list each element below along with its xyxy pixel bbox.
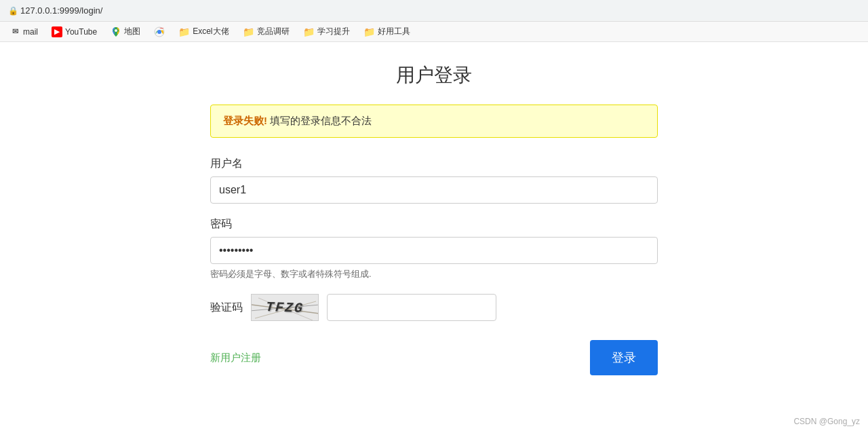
bookmarks-bar: ✉ mail ▶ YouTube 地图 📁 Excel大佬 xyxy=(0,22,868,42)
mail-icon: ✉ xyxy=(9,26,20,37)
bookmark-research[interactable]: 📁 竞品调研 xyxy=(239,24,294,39)
bookmark-excel-label: Excel大佬 xyxy=(193,26,229,37)
bookmark-chrome[interactable] xyxy=(150,25,169,39)
bookmark-youtube-label: YouTube xyxy=(65,27,97,37)
bookmark-study[interactable]: 📁 学习提升 xyxy=(299,24,354,39)
security-icon: 🔒 xyxy=(8,6,18,16)
password-input[interactable] xyxy=(210,237,658,264)
password-hint: 密码必须是字母、数字或者特殊符号组成. xyxy=(210,268,658,280)
register-link[interactable]: 新用户注册 xyxy=(210,352,261,364)
address-text: 127.0.0.1:9999/login/ xyxy=(20,5,102,16)
username-input[interactable] xyxy=(210,176,658,204)
captcha-label: 验证码 xyxy=(210,301,243,315)
username-group: 用户名 xyxy=(210,157,658,204)
tools-folder-icon: 📁 xyxy=(363,26,375,37)
bookmark-excel[interactable]: 📁 Excel大佬 xyxy=(174,24,233,39)
captcha-text: TFZG xyxy=(265,299,304,316)
page-title: 用户登录 xyxy=(210,62,658,88)
form-footer: 新用户注册 登录 xyxy=(210,340,658,375)
youtube-icon: ▶ xyxy=(52,26,62,37)
bookmark-tools[interactable]: 📁 好用工具 xyxy=(359,24,414,39)
bookmark-mail-label: mail xyxy=(23,27,38,37)
bookmark-youtube[interactable]: ▶ YouTube xyxy=(47,25,101,39)
svg-point-1 xyxy=(157,30,161,34)
error-message-text: 填写的登录信息不合法 xyxy=(267,115,372,126)
study-folder-icon: 📁 xyxy=(303,26,315,37)
error-alert: 登录失败! 填写的登录信息不合法 xyxy=(210,105,658,138)
bookmark-maps-label: 地图 xyxy=(124,26,140,37)
chrome-icon xyxy=(154,26,165,37)
captcha-image[interactable]: TFZG xyxy=(251,294,319,321)
research-folder-icon: 📁 xyxy=(243,26,254,37)
bookmark-research-label: 竞品调研 xyxy=(257,26,290,37)
password-label: 密码 xyxy=(210,217,658,231)
error-bold-text: 登录失败! xyxy=(223,115,267,126)
page-content: 用户登录 登录失败! 填写的登录信息不合法 用户名 密码 密码必须是字母、数字或… xyxy=(197,42,671,389)
bookmark-tools-label: 好用工具 xyxy=(378,26,410,37)
bookmark-study-label: 学习提升 xyxy=(317,26,350,37)
captcha-row: 验证码 TFZG xyxy=(210,294,658,321)
login-button[interactable]: 登录 xyxy=(590,340,658,375)
captcha-input[interactable] xyxy=(327,294,496,321)
bookmark-maps[interactable]: 地图 xyxy=(106,24,144,39)
excel-folder-icon: 📁 xyxy=(178,26,190,37)
bookmark-mail[interactable]: ✉ mail xyxy=(5,25,42,39)
username-label: 用户名 xyxy=(210,157,658,171)
browser-address-bar: 🔒 127.0.0.1:9999/login/ xyxy=(0,0,868,22)
maps-icon xyxy=(111,26,121,37)
password-group: 密码 密码必须是字母、数字或者特殊符号组成. xyxy=(210,217,658,280)
